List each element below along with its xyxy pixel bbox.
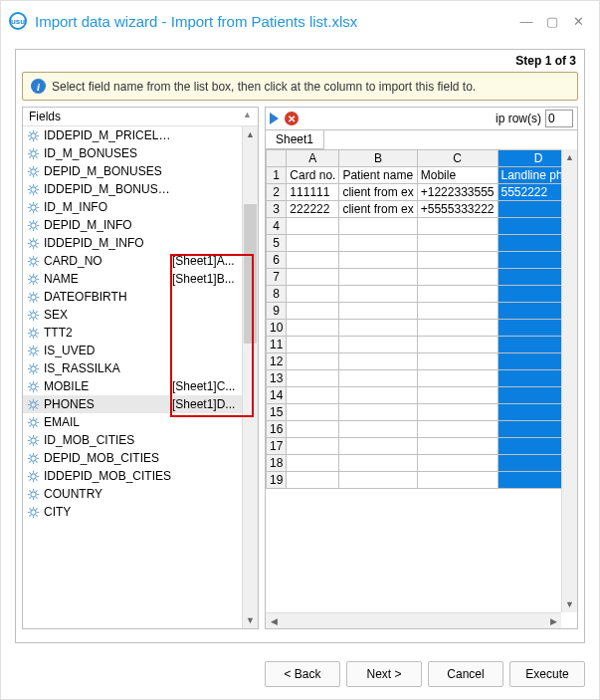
row-header[interactable]: 1 [267, 167, 287, 184]
cell[interactable] [287, 455, 339, 472]
cell[interactable] [498, 370, 561, 387]
row-header[interactable]: 5 [267, 235, 287, 252]
cell[interactable] [287, 269, 339, 286]
field-row[interactable]: COUNTRY [23, 485, 242, 503]
cell[interactable] [417, 286, 498, 303]
execute-button[interactable]: Execute [509, 661, 585, 687]
cell[interactable] [417, 252, 498, 269]
cell[interactable] [417, 455, 498, 472]
field-row[interactable]: SEX [23, 306, 242, 324]
field-row[interactable]: ID_MOB_CITIES [23, 431, 242, 449]
fields-list[interactable]: IDDEPID_M_PRICELISTID_M_BONUSESDEPID_M_B… [23, 126, 242, 628]
cell[interactable] [287, 472, 339, 489]
row-header[interactable]: 18 [267, 455, 287, 472]
cell[interactable] [417, 320, 498, 337]
cell[interactable]: client from ex [339, 184, 417, 201]
row-header[interactable]: 8 [267, 286, 287, 303]
cell[interactable] [498, 387, 561, 404]
row-header[interactable]: 6 [267, 252, 287, 269]
cell[interactable] [287, 404, 339, 421]
cell[interactable] [498, 235, 561, 252]
cell[interactable] [287, 387, 339, 404]
field-row[interactable]: IDDEPID_M_INFO [23, 234, 242, 252]
scroll-thumb[interactable] [244, 204, 257, 344]
row-header[interactable]: 4 [267, 218, 287, 235]
field-row[interactable]: MOBILE[Sheet1]C... [23, 377, 242, 395]
cell[interactable] [498, 269, 561, 286]
cell[interactable] [287, 370, 339, 387]
cell[interactable] [417, 472, 498, 489]
cell[interactable] [417, 370, 498, 387]
next-button[interactable]: Next > [346, 661, 422, 687]
cell[interactable]: 111111 [287, 184, 339, 201]
field-row[interactable]: ID_M_INFO [23, 198, 242, 216]
scroll-down-icon[interactable]: ▼ [243, 612, 258, 628]
cell[interactable] [339, 303, 417, 320]
scroll-down-icon[interactable]: ▼ [562, 596, 577, 612]
cell[interactable] [287, 235, 339, 252]
row-header[interactable]: 19 [267, 472, 287, 489]
cell[interactable] [339, 404, 417, 421]
cell[interactable] [287, 252, 339, 269]
scroll-up-icon[interactable]: ▲ [243, 126, 258, 142]
cell[interactable] [287, 438, 339, 455]
cell[interactable] [498, 337, 561, 353]
minimize-button[interactable]: — [513, 11, 539, 31]
fields-scrollbar[interactable]: ▲ ▼ [242, 126, 258, 628]
cell[interactable] [498, 218, 561, 235]
sheet-tab[interactable]: Sheet1 [266, 130, 324, 149]
cell[interactable] [498, 404, 561, 421]
row-header[interactable]: 16 [267, 421, 287, 438]
scroll-right-icon[interactable]: ▶ [545, 613, 561, 628]
cell[interactable] [339, 472, 417, 489]
cancel-run-icon[interactable]: ✕ [285, 112, 299, 125]
column-header[interactable]: C [417, 150, 498, 167]
cell[interactable] [417, 218, 498, 235]
cell[interactable]: +1222333555 [417, 184, 498, 201]
field-row[interactable]: TTT2 [23, 324, 242, 342]
grid-hscrollbar[interactable]: ◀ ▶ [266, 612, 561, 628]
cell[interactable] [287, 421, 339, 438]
field-row[interactable]: DATEOFBIRTH [23, 288, 242, 306]
cell[interactable] [498, 438, 561, 455]
field-row[interactable]: IDDEPID_MOB_CITIES [23, 467, 242, 485]
grid-vscrollbar[interactable]: ▲ ▼ [561, 149, 577, 612]
cell[interactable] [287, 337, 339, 353]
cell[interactable] [498, 201, 561, 218]
cell[interactable] [498, 472, 561, 489]
row-header[interactable]: 10 [267, 320, 287, 337]
close-button[interactable]: ✕ [565, 11, 591, 31]
field-row[interactable]: DEPID_M_INFO [23, 216, 242, 234]
field-row[interactable]: IS_UVED [23, 342, 242, 359]
row-header[interactable]: 13 [267, 370, 287, 387]
cell[interactable] [498, 303, 561, 320]
cell[interactable] [339, 421, 417, 438]
cell[interactable] [498, 320, 561, 337]
cancel-button[interactable]: Cancel [428, 661, 503, 687]
cell[interactable]: +5555333222 [417, 201, 498, 218]
row-header[interactable]: 2 [267, 184, 287, 201]
cell[interactable]: Patient name [339, 167, 417, 184]
cell[interactable] [417, 353, 498, 370]
cell[interactable]: 5552222 [498, 184, 561, 201]
row-header[interactable]: 15 [267, 404, 287, 421]
row-header[interactable]: 14 [267, 387, 287, 404]
cell[interactable] [498, 421, 561, 438]
cell[interactable] [417, 421, 498, 438]
cell[interactable] [339, 252, 417, 269]
row-header[interactable]: 9 [267, 303, 287, 320]
cell[interactable] [498, 455, 561, 472]
cell[interactable] [339, 438, 417, 455]
cell[interactable] [339, 370, 417, 387]
fields-header[interactable]: Fields ▲ [23, 108, 258, 126]
scroll-up-icon[interactable]: ▲ [562, 149, 577, 165]
field-row[interactable]: NAME[Sheet1]B... [23, 270, 242, 288]
row-header[interactable]: 3 [267, 201, 287, 218]
maximize-button[interactable]: ▢ [539, 11, 565, 31]
cell[interactable] [339, 387, 417, 404]
cell[interactable]: Landline phon [498, 167, 561, 184]
cell[interactable] [339, 455, 417, 472]
cell[interactable] [417, 404, 498, 421]
cell[interactable]: Card no. [287, 167, 339, 184]
row-header[interactable]: 17 [267, 438, 287, 455]
